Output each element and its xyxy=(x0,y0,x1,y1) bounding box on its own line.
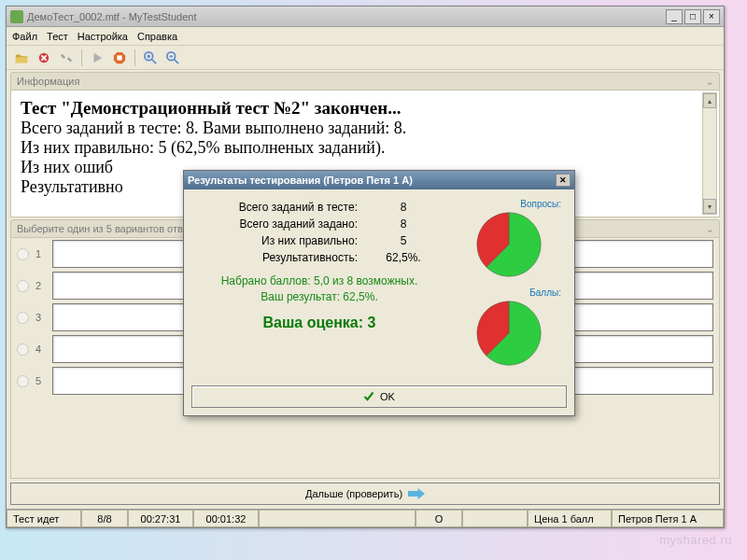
arrow-right-icon xyxy=(408,488,425,499)
dialog-titlebar: Результаты тестирования (Петров Петя 1 А… xyxy=(184,171,574,189)
table-row: Всего заданий в тесте:8 xyxy=(193,199,445,216)
next-button[interactable]: Дальше (проверить) xyxy=(10,483,720,505)
menu-test[interactable]: Тест xyxy=(47,31,68,42)
scroll-down-icon[interactable]: ▾ xyxy=(703,199,716,214)
status-user: Петров Петя 1 А xyxy=(612,510,724,527)
result-line: Всего заданий в тесте: 8. Вами выполнено… xyxy=(21,119,710,138)
ok-button-label: OK xyxy=(380,391,395,402)
zoom-out-icon[interactable] xyxy=(163,49,182,67)
radio-5[interactable] xyxy=(17,375,30,387)
menu-file[interactable]: Файл xyxy=(12,31,37,42)
pie-chart-questions xyxy=(473,209,544,280)
status-empty xyxy=(462,510,528,527)
minimize-button[interactable]: _ xyxy=(666,9,683,24)
chevron-up-icon[interactable]: ⌄ xyxy=(706,224,713,234)
info-panel-header: Информация ⌄ xyxy=(10,72,720,91)
svg-rect-2 xyxy=(117,55,121,60)
choice-label: 2 xyxy=(35,280,47,291)
scrollbar[interactable]: ▴ ▾ xyxy=(702,92,717,215)
menu-settings[interactable]: Настройка xyxy=(78,31,128,42)
zoom-in-icon[interactable] xyxy=(141,49,160,67)
radio-1[interactable] xyxy=(17,248,30,260)
status-gap xyxy=(259,510,416,527)
score-summary: Набрано баллов: 5,0 из 8 возможных. Ваш … xyxy=(193,273,445,305)
results-dialog: Результаты тестирования (Петров Петя 1 А… xyxy=(183,170,575,416)
status-price: Цена 1 балл xyxy=(528,510,612,527)
pie-chart-points xyxy=(473,298,544,369)
scroll-up-icon[interactable]: ▴ xyxy=(703,93,716,108)
status-time-current: 00:01:32 xyxy=(193,510,259,527)
table-row: Результативность:62,5%. xyxy=(193,249,445,266)
toolbar xyxy=(7,46,724,70)
info-panel-title: Информация xyxy=(17,76,79,87)
play-icon[interactable] xyxy=(88,49,106,67)
menubar: Файл Тест Настройка Справка xyxy=(7,27,724,46)
next-button-label: Дальше (проверить) xyxy=(305,488,402,499)
stop-icon[interactable] xyxy=(110,49,129,67)
close-button[interactable]: × xyxy=(703,9,720,24)
titlebar: ДемоТест_0002.mtf - MyTestStudent _ □ × xyxy=(7,7,724,27)
result-title: Тест "Демонстрационный тест №2" закончен… xyxy=(21,98,710,119)
check-icon xyxy=(363,391,374,402)
choice-label: 3 xyxy=(35,312,47,323)
ok-button[interactable]: OK xyxy=(191,385,567,408)
choice-label: 1 xyxy=(35,248,47,259)
table-row: Из них правильно:5 xyxy=(193,232,445,249)
results-table: Всего заданий в тесте:8 Всего заданий за… xyxy=(193,199,445,266)
radio-4[interactable] xyxy=(17,343,30,356)
pie-label-questions: Вопросы: xyxy=(453,199,565,209)
tools-icon[interactable] xyxy=(57,49,76,67)
open-icon[interactable] xyxy=(12,49,31,67)
status-progress: 8/8 xyxy=(81,510,128,527)
choices-panel-title: Выберите один из 5 вариантов ответа: xyxy=(17,223,202,234)
pie-label-points: Баллы: xyxy=(453,287,565,298)
status-mark: O xyxy=(416,510,462,527)
window-title: ДемоТест_0002.mtf - MyTestStudent xyxy=(27,11,666,22)
radio-3[interactable] xyxy=(17,312,30,324)
grade-label: Ваша оценка: 3 xyxy=(193,315,445,331)
watermark: myshared.ru xyxy=(659,533,732,547)
statusbar: Тест идет 8/8 00:27:31 00:01:32 O Цена 1… xyxy=(7,509,724,527)
radio-2[interactable] xyxy=(17,280,30,292)
cancel-icon[interactable] xyxy=(35,49,53,67)
chevron-up-icon[interactable]: ⌄ xyxy=(706,77,713,87)
app-icon xyxy=(10,10,23,23)
restore-button[interactable]: □ xyxy=(684,9,701,24)
choice-label: 4 xyxy=(35,343,47,355)
dialog-title: Результаты тестирования (Петров Петя 1 А… xyxy=(188,175,556,186)
dialog-close-button[interactable]: ✕ xyxy=(556,174,571,187)
menu-help[interactable]: Справка xyxy=(137,31,177,42)
table-row: Всего заданий задано:8 xyxy=(193,216,445,232)
status-time-total: 00:27:31 xyxy=(128,510,193,527)
status-state: Тест идет xyxy=(7,510,81,527)
choice-label: 5 xyxy=(35,375,47,386)
result-line: Из них правильно: 5 (62,5% выполненых за… xyxy=(21,138,710,158)
